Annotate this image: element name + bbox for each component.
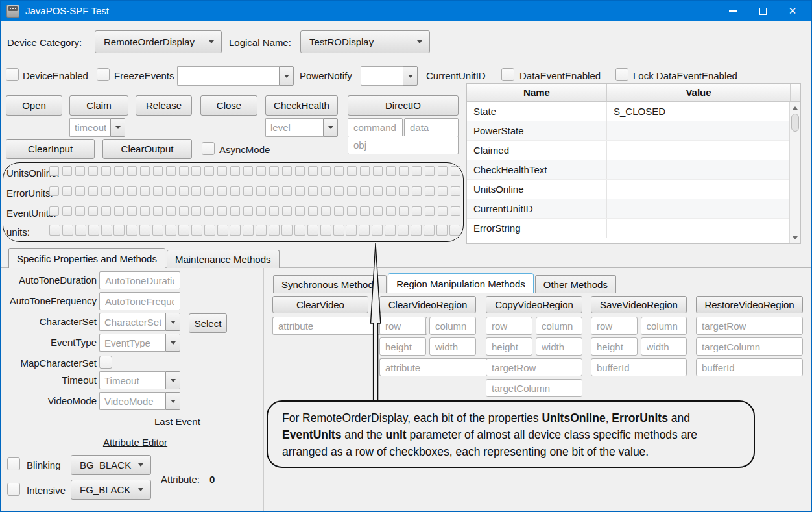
unit-bit-checkbox[interactable]: [308, 166, 318, 176]
mapcharacterset-checkbox[interactable]: [99, 356, 112, 369]
unit-bit-checkbox[interactable]: [449, 225, 460, 236]
unit-bit-checkbox[interactable]: [62, 166, 72, 176]
savevideoregion-row-input[interactable]: [591, 317, 638, 335]
unit-bit-checkbox[interactable]: [346, 225, 357, 236]
unit-bit-checkbox[interactable]: [101, 206, 111, 216]
unit-bit-checkbox[interactable]: [49, 225, 60, 236]
unit-bit-checkbox[interactable]: [333, 225, 344, 236]
column-header-value[interactable]: Value: [607, 84, 791, 101]
unit-bit-checkbox[interactable]: [114, 206, 124, 216]
current-unit-id-combo[interactable]: [361, 66, 418, 86]
unit-bit-checkbox[interactable]: [243, 225, 254, 236]
unit-bit-checkbox[interactable]: [75, 166, 85, 176]
unit-bit-checkbox[interactable]: [295, 186, 305, 196]
direct-io-data-input[interactable]: [404, 118, 459, 137]
logical-name-combo[interactable]: TestRODisplay: [300, 30, 430, 53]
power-notify-value-combo[interactable]: [177, 66, 294, 86]
clearvideoregion-width-input[interactable]: [429, 337, 476, 356]
unit-bit-checkbox[interactable]: [179, 166, 189, 176]
unit-bit-checkbox[interactable]: [320, 225, 331, 236]
combo-drop-button[interactable]: [165, 371, 180, 389]
scrollbar-thumb[interactable]: [791, 114, 799, 132]
unit-bit-checkbox[interactable]: [140, 166, 150, 176]
unit-bit-checkbox[interactable]: [179, 186, 189, 196]
direct-io-button[interactable]: DirectIO: [348, 95, 459, 116]
unit-bit-checkbox[interactable]: [308, 206, 318, 216]
unit-bit-checkbox[interactable]: [217, 225, 228, 236]
combo-drop-button[interactable]: [279, 66, 294, 86]
check-health-level-input[interactable]: [265, 118, 323, 137]
table-row[interactable]: UnitsOnline: [467, 180, 789, 199]
unit-bit-checkbox[interactable]: [178, 225, 189, 236]
timeout-combo[interactable]: [99, 371, 180, 389]
unit-bit-checkbox[interactable]: [230, 186, 240, 196]
unit-bit-checkbox[interactable]: [438, 166, 448, 176]
autotonefrequency-input[interactable]: [99, 292, 180, 310]
unit-bit-checkbox[interactable]: [282, 206, 292, 216]
unit-bit-checkbox[interactable]: [166, 166, 176, 176]
current-unit-id-input[interactable]: [361, 66, 403, 86]
table-row[interactable]: PowerState: [467, 121, 789, 141]
unit-bit-checkbox[interactable]: [230, 225, 241, 236]
unit-bit-checkbox[interactable]: [127, 186, 137, 196]
unit-bit-checkbox[interactable]: [411, 225, 422, 236]
unit-bit-checkbox[interactable]: [127, 206, 137, 216]
unit-bit-checkbox[interactable]: [321, 166, 331, 176]
titlebar[interactable]: JavaPOS-SPF Test ✕: [1, 1, 811, 21]
unit-bit-checkbox[interactable]: [191, 206, 201, 216]
unit-bit-checkbox[interactable]: [347, 186, 357, 196]
direct-io-obj-input[interactable]: [348, 136, 459, 154]
unit-bit-checkbox[interactable]: [359, 225, 370, 236]
scroll-down-button[interactable]: [790, 232, 800, 243]
videomode-combo[interactable]: [99, 392, 180, 410]
unit-bit-checkbox[interactable]: [398, 225, 409, 236]
autotoneduration-input[interactable]: [99, 271, 180, 289]
unit-bit-checkbox[interactable]: [114, 166, 124, 176]
unit-bit-checkbox[interactable]: [436, 225, 448, 236]
savevideoregion-width-input[interactable]: [641, 337, 687, 356]
scroll-up-button[interactable]: [790, 103, 800, 113]
unit-bit-checkbox[interactable]: [62, 206, 72, 216]
unit-bit-checkbox[interactable]: [62, 186, 72, 196]
unit-bit-checkbox[interactable]: [412, 166, 422, 176]
claim-timeout-input[interactable]: [69, 118, 110, 137]
unit-bit-checkbox[interactable]: [191, 186, 201, 196]
unit-bit-checkbox[interactable]: [101, 166, 111, 176]
table-row[interactable]: Claimed: [467, 141, 789, 160]
unit-bit-checkbox[interactable]: [256, 225, 267, 236]
unit-bit-checkbox[interactable]: [217, 166, 227, 176]
unit-bit-checkbox[interactable]: [230, 166, 240, 176]
unit-bit-checkbox[interactable]: [360, 166, 370, 176]
copyvideoregion-targetcolumn-input[interactable]: [486, 379, 582, 397]
unit-bit-checkbox[interactable]: [451, 166, 460, 176]
unit-bit-checkbox[interactable]: [153, 206, 163, 216]
unit-bit-checkbox[interactable]: [360, 206, 370, 216]
unit-bit-checkbox[interactable]: [114, 186, 124, 196]
unit-bit-checkbox[interactable]: [385, 225, 396, 236]
unit-bit-checkbox[interactable]: [49, 186, 59, 196]
savevideoregion-button[interactable]: SaveVideoRegion: [591, 296, 687, 313]
claim-timeout-combo[interactable]: [69, 118, 125, 137]
tab-other-methods[interactable]: Other Methods: [535, 275, 616, 293]
restorevideoregion-targetrow-input[interactable]: [696, 317, 803, 335]
clearvideoregion-column-input[interactable]: [429, 317, 476, 335]
column-header-name[interactable]: Name: [467, 84, 607, 101]
table-row[interactable]: StateS_CLOSED: [467, 102, 789, 121]
device-enabled-checkbox[interactable]: [6, 68, 19, 81]
unit-bit-checkbox[interactable]: [360, 186, 370, 196]
unit-bit-checkbox[interactable]: [334, 186, 344, 196]
unit-bit-checkbox[interactable]: [127, 166, 137, 176]
blinking-checkbox[interactable]: [7, 457, 20, 470]
copyvideoregion-row-input[interactable]: [486, 317, 532, 335]
unit-bit-checkbox[interactable]: [204, 206, 214, 216]
unit-bit-checkbox[interactable]: [399, 166, 409, 176]
combo-drop-button[interactable]: [403, 66, 418, 86]
table-row[interactable]: CurrentUnitID: [467, 199, 789, 219]
unit-bit-checkbox[interactable]: [243, 186, 253, 196]
clearvideoregion-row-input[interactable]: [379, 317, 426, 335]
unit-bit-checkbox[interactable]: [451, 186, 460, 196]
unit-bit-checkbox[interactable]: [75, 206, 85, 216]
unit-bit-checkbox[interactable]: [425, 166, 435, 176]
unit-bit-checkbox[interactable]: [281, 225, 293, 236]
unit-bit-checkbox[interactable]: [101, 225, 112, 236]
